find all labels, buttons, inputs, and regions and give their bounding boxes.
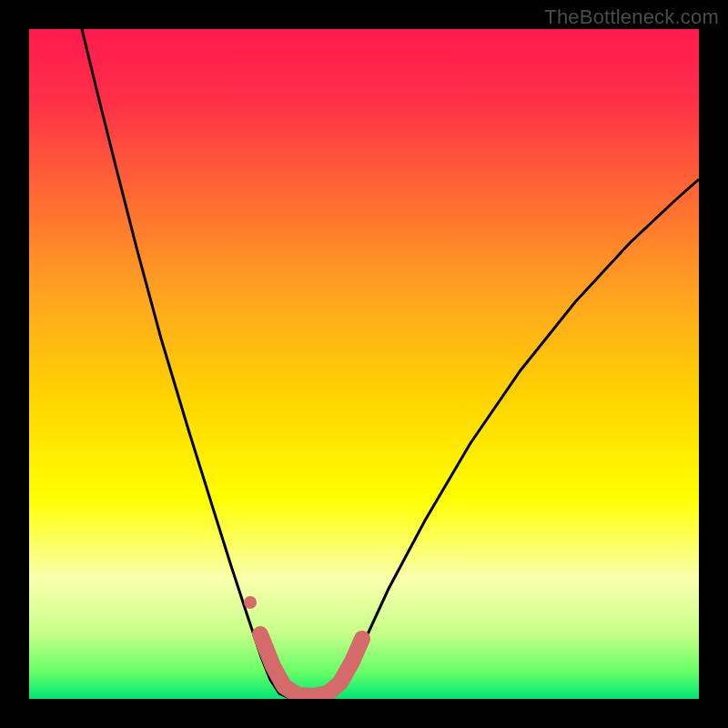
curve-left xyxy=(82,29,291,699)
watermark-text: TheBottleneck.com xyxy=(544,5,719,29)
isolated-dot xyxy=(244,596,257,609)
chart-frame: TheBottleneck.com xyxy=(0,0,728,728)
dots-highlight xyxy=(260,634,362,696)
curve-right xyxy=(329,179,699,699)
plot-area xyxy=(29,29,699,699)
curve-layer xyxy=(29,29,699,699)
